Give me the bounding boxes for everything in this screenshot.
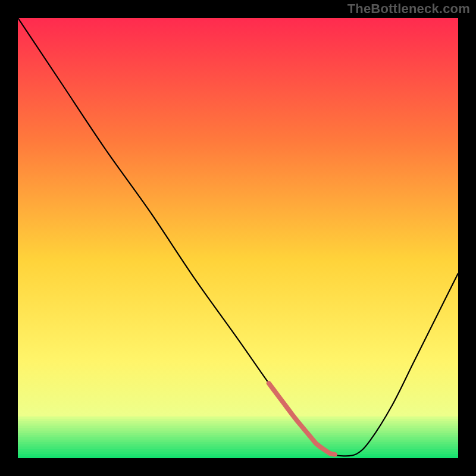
green-band <box>18 435 458 437</box>
bottleneck-chart <box>18 18 458 458</box>
green-band <box>18 437 458 440</box>
green-band <box>18 433 458 435</box>
green-band <box>18 453 458 456</box>
green-floor-bands <box>18 416 458 458</box>
chart-frame: TheBottleneck.com <box>0 0 476 476</box>
green-band <box>18 419 458 421</box>
green-band <box>18 449 458 451</box>
green-band <box>18 442 458 444</box>
green-band <box>18 440 458 442</box>
green-band <box>18 451 458 453</box>
plot-background <box>18 18 458 458</box>
green-band <box>18 430 458 433</box>
green-band <box>18 444 458 447</box>
green-band <box>18 426 458 428</box>
green-band <box>18 447 458 449</box>
green-band <box>18 424 458 426</box>
green-band <box>18 421 458 424</box>
green-band <box>18 416 458 419</box>
green-band <box>18 428 458 430</box>
green-band <box>18 456 458 458</box>
watermark-text: TheBottleneck.com <box>347 1 470 17</box>
